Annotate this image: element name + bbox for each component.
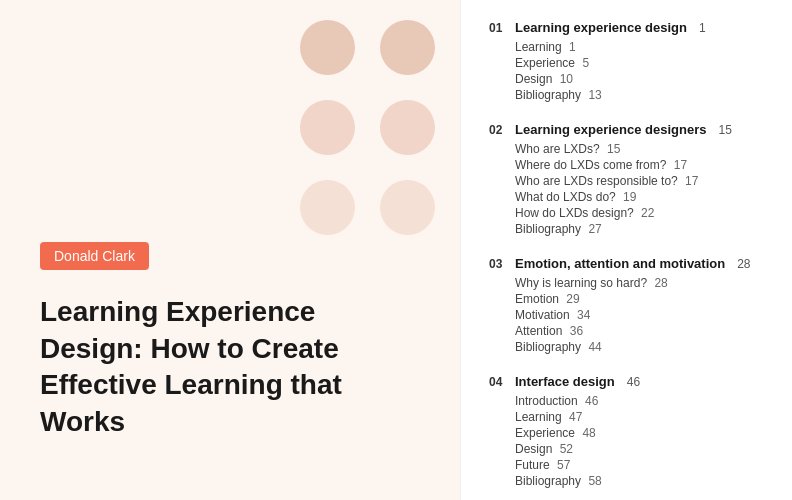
toc-item-page: 48: [579, 426, 596, 440]
toc-item-page: 22: [638, 206, 655, 220]
left-panel: Donald Clark Learning Experience Design:…: [0, 0, 460, 500]
toc-item-page: 10: [556, 72, 573, 86]
toc-item-title: Design: [515, 72, 552, 86]
toc-chapter: 02Learning experience designers15: [489, 122, 764, 137]
chapter-number: 04: [489, 375, 507, 389]
chapter-title: Learning experience design: [515, 20, 687, 35]
chapter-page: 1: [699, 21, 706, 35]
toc-item-title: Future: [515, 458, 550, 472]
toc-section: 02Learning experience designers15Who are…: [489, 122, 764, 236]
toc-chapter: 03Emotion, attention and motivation28: [489, 256, 764, 271]
chapter-title: Emotion, attention and motivation: [515, 256, 725, 271]
toc-item-page: 29: [563, 292, 580, 306]
chapter-page: 15: [718, 123, 731, 137]
toc-item: Attention 36: [515, 324, 764, 338]
toc-item-title: Who are LXDs responsible to?: [515, 174, 678, 188]
toc-item-page: 15: [604, 142, 621, 156]
toc-item-title: Motivation: [515, 308, 570, 322]
toc-items: Learning 1Experience 5Design 10Bibliogra…: [515, 40, 764, 102]
toc-item-page: 47: [566, 410, 583, 424]
circle-6: [380, 180, 435, 235]
author-badge: Donald Clark: [40, 242, 149, 270]
toc-item: Bibliography 44: [515, 340, 764, 354]
circle-3: [300, 100, 355, 155]
toc-item-title: Introduction: [515, 394, 578, 408]
toc-item-page: 17: [682, 174, 699, 188]
toc-item: Experience 5: [515, 56, 764, 70]
toc-item-title: Where do LXDs come from?: [515, 158, 666, 172]
toc-item: Bibliography 27: [515, 222, 764, 236]
toc-item: Experience 48: [515, 426, 764, 440]
toc-item: Bibliography 13: [515, 88, 764, 102]
toc-item: How do LXDs design? 22: [515, 206, 764, 220]
toc-item-title: Learning: [515, 40, 562, 54]
toc-item: Bibliography 58: [515, 474, 764, 488]
toc-item-title: What do LXDs do?: [515, 190, 616, 204]
toc-section: 03Emotion, attention and motivation28Why…: [489, 256, 764, 354]
toc-item-title: Design: [515, 442, 552, 456]
chapter-title: Learning experience designers: [515, 122, 706, 137]
toc-item: Future 57: [515, 458, 764, 472]
toc-item-page: 58: [585, 474, 602, 488]
toc-item-page: 27: [585, 222, 602, 236]
toc-item-title: Learning: [515, 410, 562, 424]
toc-item-page: 46: [582, 394, 599, 408]
toc-item-title: Bibliography: [515, 222, 581, 236]
toc-section: 01Learning experience design1Learning 1E…: [489, 20, 764, 102]
chapter-number: 01: [489, 21, 507, 35]
toc-item-page: 17: [670, 158, 687, 172]
left-content: Donald Clark Learning Experience Design:…: [40, 242, 420, 440]
toc-item: Emotion 29: [515, 292, 764, 306]
toc-item-title: Emotion: [515, 292, 559, 306]
toc-item-page: 19: [620, 190, 637, 204]
toc-item-title: Why is learning so hard?: [515, 276, 647, 290]
toc-item-title: Attention: [515, 324, 562, 338]
toc-item: Motivation 34: [515, 308, 764, 322]
toc-item: Who are LXDs? 15: [515, 142, 764, 156]
toc-item-page: 52: [556, 442, 573, 456]
toc-items: Introduction 46Learning 47Experience 48D…: [515, 394, 764, 488]
toc-item: Design 52: [515, 442, 764, 456]
toc-item: Where do LXDs come from? 17: [515, 158, 764, 172]
toc-chapter: 01Learning experience design1: [489, 20, 764, 35]
toc-item-page: 57: [554, 458, 571, 472]
book-title: Learning Experience Design: How to Creat…: [40, 294, 420, 440]
toc-item: Why is learning so hard? 28: [515, 276, 764, 290]
table-of-contents: 01Learning experience design1Learning 1E…: [460, 0, 792, 500]
decorative-circles: [280, 0, 460, 260]
toc-item-page: 1: [566, 40, 576, 54]
toc-item-title: Experience: [515, 426, 575, 440]
toc-item-title: How do LXDs design?: [515, 206, 634, 220]
chapter-number: 03: [489, 257, 507, 271]
toc-item: Who are LXDs responsible to? 17: [515, 174, 764, 188]
toc-item-page: 28: [651, 276, 668, 290]
toc-chapter: 04Interface design46: [489, 374, 764, 389]
chapter-title: Interface design: [515, 374, 615, 389]
toc-item-title: Who are LXDs?: [515, 142, 600, 156]
toc-item-page: 44: [585, 340, 602, 354]
toc-item: What do LXDs do? 19: [515, 190, 764, 204]
toc-item-title: Bibliography: [515, 340, 581, 354]
toc-item-title: Bibliography: [515, 474, 581, 488]
toc-item-title: Experience: [515, 56, 575, 70]
toc-items: Who are LXDs? 15Where do LXDs come from?…: [515, 142, 764, 236]
toc-item-page: 34: [574, 308, 591, 322]
toc-item: Design 10: [515, 72, 764, 86]
circle-5: [300, 180, 355, 235]
circle-2: [380, 20, 435, 75]
toc-item: Learning 47: [515, 410, 764, 424]
toc-item-title: Bibliography: [515, 88, 581, 102]
toc-item: Learning 1: [515, 40, 764, 54]
toc-item: Introduction 46: [515, 394, 764, 408]
toc-item-page: 36: [566, 324, 583, 338]
circle-1: [300, 20, 355, 75]
toc-items: Why is learning so hard? 28Emotion 29Mot…: [515, 276, 764, 354]
chapter-page: 46: [627, 375, 640, 389]
chapter-number: 02: [489, 123, 507, 137]
circle-4: [380, 100, 435, 155]
toc-item-page: 5: [579, 56, 589, 70]
toc-section: 04Interface design46Introduction 46Learn…: [489, 374, 764, 488]
toc-item-page: 13: [585, 88, 602, 102]
chapter-page: 28: [737, 257, 750, 271]
